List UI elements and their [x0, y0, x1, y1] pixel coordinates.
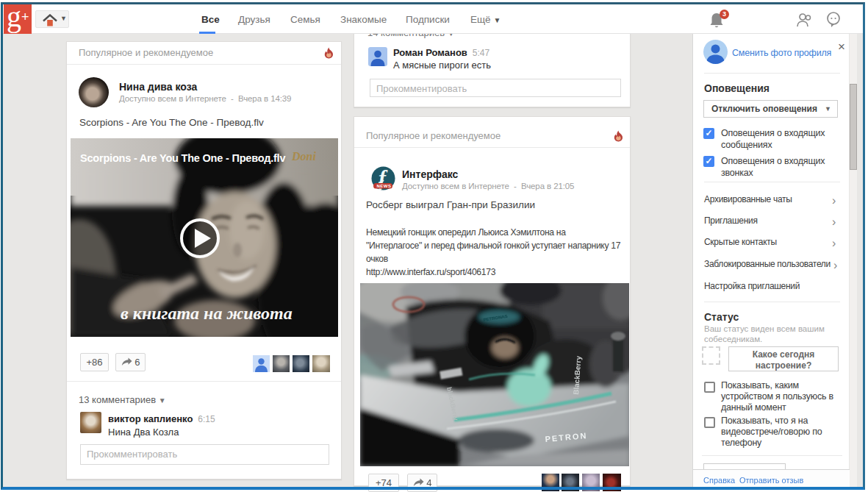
- svg-text:Doni: Doni: [291, 150, 316, 163]
- svg-text:NEWS: NEWS: [377, 184, 392, 188]
- svg-text:Scorpions - Are You The One -: Scorpions - Are You The One - Превод.flv: [80, 152, 285, 164]
- svg-text:в книгата на живота: в книгата на живота: [121, 304, 293, 323]
